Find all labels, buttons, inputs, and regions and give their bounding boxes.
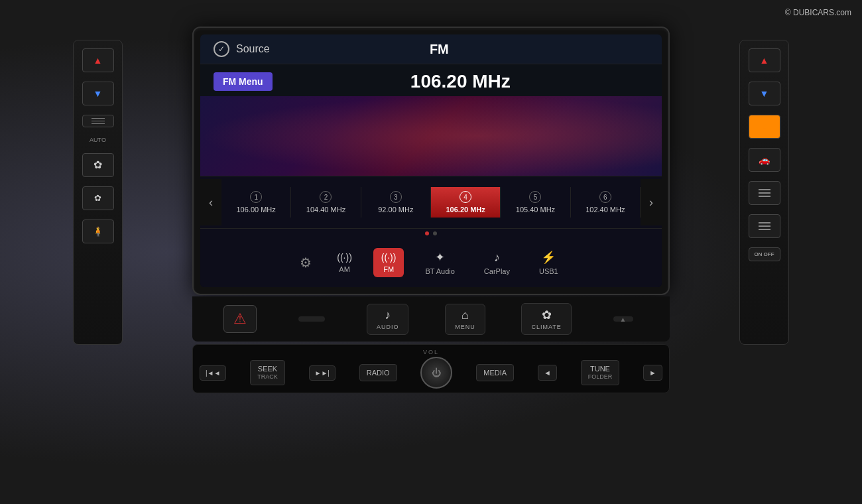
- preset-5-num: 5: [529, 191, 541, 203]
- left-climate-panel: ▲ ▼ AUTO ✿ ✿ 🧍: [73, 40, 123, 345]
- carplay-button[interactable]: ♪ CarPlay: [476, 247, 518, 279]
- down-arrow-icon: ▼: [93, 88, 103, 99]
- up-arrow-icon: ▲: [93, 55, 103, 66]
- climate-button[interactable]: ✿ CLiMATE: [521, 303, 571, 335]
- bt-audio-button[interactable]: ✦ BT Audio: [417, 246, 462, 279]
- frequency-value: 106.20 MHz: [273, 71, 648, 92]
- controls-row: |◄◄ SEEKTRACK ►►| RADIO ⏻ MEDIA ◄ TUNEFO…: [200, 357, 662, 389]
- front-defrost-icon: [757, 220, 772, 233]
- audio-button[interactable]: ♪ AUDIO: [367, 304, 409, 335]
- vol-label: VOL: [200, 349, 662, 355]
- auto-button[interactable]: [82, 115, 114, 127]
- watermark: © DUBICARS.com: [785, 8, 851, 17]
- am-button[interactable]: ((·)) AM: [329, 248, 360, 277]
- preset-1[interactable]: 1 106.00 MHz: [221, 187, 291, 218]
- dot-1: [425, 231, 429, 235]
- fm-menu-button[interactable]: FM Menu: [214, 72, 273, 91]
- track-sublabel: TRACK: [257, 373, 278, 381]
- fan-low-icon: ✿: [94, 193, 101, 203]
- frequency-display: FM Menu 106.20 MHz: [200, 64, 662, 96]
- fan-speed-low-button[interactable]: ✿: [82, 186, 114, 210]
- preset-1-freq: 106.00 MHz: [237, 206, 276, 214]
- on-off-label: ON OFF: [754, 251, 774, 258]
- preset-5[interactable]: 5 105.40 MHz: [501, 187, 570, 218]
- preset-stations: 1 106.00 MHz 2 104.40 MHz 3 92.00 MHz 4 …: [221, 187, 641, 218]
- audio-icon: ♪: [385, 308, 391, 322]
- menu-button[interactable]: ⌂ MENU: [445, 304, 485, 335]
- hazard-button[interactable]: ⚠: [223, 305, 257, 333]
- preset-next-button[interactable]: ›: [641, 179, 662, 225]
- preset-prev-button[interactable]: ‹: [200, 179, 221, 225]
- infotainment-unit: ▲ ▼ AUTO ✿ ✿ 🧍 ▲ ▼ 🚗: [133, 27, 729, 477]
- rear-defrost-button[interactable]: [749, 181, 780, 205]
- carplay-icon: ♪: [494, 251, 500, 265]
- preset-6-freq: 102.40 MHz: [585, 206, 625, 214]
- volume-knob[interactable]: ⏻: [420, 357, 452, 389]
- usb1-label: USB1: [539, 267, 558, 275]
- fan-high-icon: ✿: [93, 158, 102, 171]
- tune-next-button[interactable]: ►: [643, 365, 662, 381]
- settings-button[interactable]: ⚙: [296, 251, 316, 275]
- bottom-buttons-row: ⚠ ♪ AUDIO ⌂ MENU ✿ CLiMATE ▲: [192, 296, 670, 342]
- dot-2: [433, 231, 437, 235]
- bt-audio-label: BT Audio: [425, 267, 454, 275]
- screen-bezel: ✓ Source FM FM Menu 106.20 MHz ‹ 1 106.: [192, 27, 670, 295]
- preset-2[interactable]: 2 104.40 MHz: [291, 187, 361, 218]
- tune-prev-icon: ◄: [544, 369, 551, 377]
- preset-6[interactable]: 6 102.40 MHz: [571, 187, 641, 218]
- tune-prev-button[interactable]: ◄: [538, 365, 557, 381]
- fan-speed-high-button[interactable]: ✿: [82, 153, 114, 177]
- auto-label: AUTO: [90, 137, 106, 144]
- preset-3-num: 3: [390, 191, 402, 203]
- source-bar: ✓ Source FM: [200, 34, 662, 64]
- tune-next-icon: ►: [649, 369, 656, 377]
- preset-4[interactable]: 4 106.20 MHz: [431, 187, 501, 218]
- preset-6-num: 6: [599, 191, 611, 203]
- seek-next-button[interactable]: ►►|: [309, 365, 336, 381]
- temp-down-left-button[interactable]: ▼: [82, 82, 114, 105]
- source-label: Source: [236, 43, 270, 55]
- audio-label: AUDIO: [377, 324, 399, 330]
- seek-track-button[interactable]: SEEKTRACK: [250, 360, 285, 385]
- tune-folder-button[interactable]: TUNEFOLDER: [581, 360, 620, 385]
- ac-on-off-button[interactable]: ON OFF: [749, 247, 780, 261]
- fm-icon: ((·)): [381, 252, 397, 263]
- usb-icon: ⚡: [541, 250, 556, 265]
- next-icon: ►►|: [315, 369, 330, 377]
- fm-button[interactable]: ((·)) FM: [373, 248, 404, 277]
- volume-slider-track: [298, 316, 325, 322]
- touchscreen[interactable]: ✓ Source FM FM Menu 106.20 MHz ‹ 1 106.: [200, 34, 662, 287]
- temp-up-left-button[interactable]: ▲: [82, 48, 114, 72]
- power-icon: ⏻: [432, 367, 441, 378]
- temp-down-right-button[interactable]: ▼: [749, 82, 780, 105]
- menu-icon: ⌂: [462, 308, 469, 322]
- carplay-label: CarPlay: [484, 267, 510, 275]
- bluetooth-icon: ✦: [435, 250, 445, 265]
- amber-indicator: [749, 115, 780, 139]
- preset-2-freq: 104.40 MHz: [306, 206, 345, 214]
- climate-label: CLiMATE: [531, 324, 561, 330]
- preset-2-num: 2: [320, 191, 332, 203]
- temp-up-right-button[interactable]: ▲: [749, 48, 780, 72]
- controls-strip: VOL |◄◄ SEEKTRACK ►►| RADIO ⏻ MEDIA ◄ TU…: [192, 344, 670, 393]
- seek-prev-button[interactable]: |◄◄: [200, 365, 226, 381]
- preset-4-num: 4: [460, 191, 471, 203]
- prev-icon: |◄◄: [206, 369, 220, 377]
- am-label: AM: [339, 265, 350, 273]
- climate-icon: ✿: [542, 308, 552, 322]
- preset-3[interactable]: 3 92.00 MHz: [361, 187, 431, 218]
- car-icon: 🚗: [759, 155, 770, 165]
- source-title: FM: [277, 42, 602, 57]
- source-check-icon: ✓: [214, 41, 229, 57]
- rear-window-button[interactable]: 🚗: [749, 148, 780, 172]
- front-defrost-button[interactable]: [749, 214, 780, 238]
- preset-4-freq: 106.20 MHz: [446, 206, 485, 214]
- page-dots: [200, 229, 662, 238]
- usb1-button[interactable]: ⚡ USB1: [531, 246, 566, 279]
- folder-sublabel: FOLDER: [588, 373, 613, 381]
- radio-button[interactable]: RADIO: [359, 364, 397, 381]
- presets-row: ‹ 1 106.00 MHz 2 104.40 MHz 3 92.00 MHz: [200, 176, 662, 229]
- media-button[interactable]: MEDIA: [476, 364, 514, 381]
- eject-area: ▲: [613, 316, 633, 322]
- airflow-mode-button[interactable]: 🧍: [82, 220, 114, 243]
